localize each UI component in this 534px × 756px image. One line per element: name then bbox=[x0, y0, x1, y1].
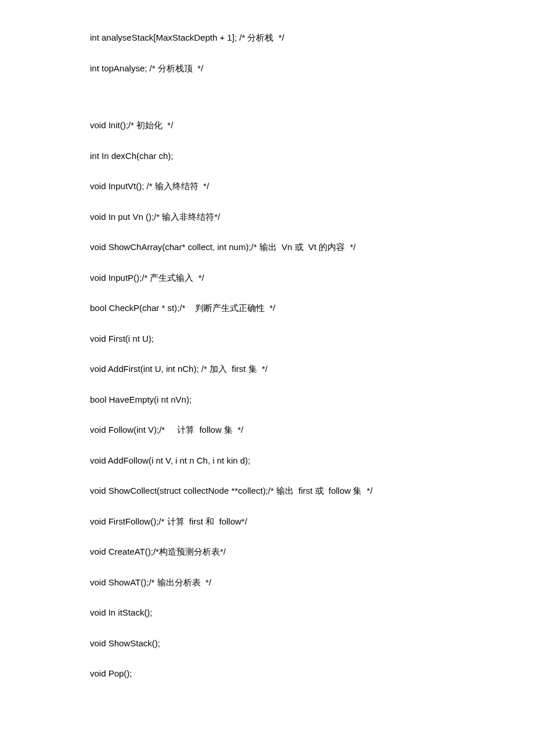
code-line: bool CheckP(char * st);/* 判断产生式正确性 */ bbox=[90, 302, 534, 315]
code-line: void In itStack(); bbox=[90, 606, 534, 620]
code-line: void AddFirst(int U, int nCh); /* 加入 fir… bbox=[90, 363, 534, 376]
code-line: void AddFollow(i nt V, i nt n Ch, i nt k… bbox=[90, 454, 534, 468]
blank-gap bbox=[90, 92, 534, 119]
code-line: bool HaveEmpty(i nt nVn); bbox=[90, 393, 534, 407]
code-line: void Init();/* 初始化 */ bbox=[90, 119, 534, 132]
code-line: void ShowStack(); bbox=[90, 637, 534, 650]
code-line: void ShowCollect(struct collectNode **co… bbox=[90, 484, 534, 498]
code-line: int In dexCh(char ch); bbox=[90, 150, 534, 163]
code-line: int topAnalyse; /* 分析栈顶 */ bbox=[90, 62, 534, 75]
code-line: void InputVt(); /* 输入终结符 */ bbox=[90, 180, 534, 193]
code-line: void InputP();/* 产生式输入 */ bbox=[90, 272, 534, 285]
code-line: void FirstFollow();/* 计算 first 和 follow*… bbox=[90, 515, 534, 529]
code-line: void ShowAT();/* 输出分析表 */ bbox=[90, 576, 534, 589]
code-line: int analyseStack[MaxStackDepth + 1]; /* … bbox=[90, 31, 534, 45]
code-line: void In put Vn ();/* 输入非终结符*/ bbox=[90, 211, 534, 224]
code-line: void CreateAT();/*构造预测分析表*/ bbox=[90, 545, 534, 559]
code-line: void Pop(); bbox=[90, 667, 534, 681]
code-line: void First(i nt U); bbox=[90, 332, 534, 346]
code-line: void Follow(int V);/* 计算 follow 集 */ bbox=[90, 424, 534, 437]
code-line: void ShowChArray(char* collect, int num)… bbox=[90, 241, 534, 254]
